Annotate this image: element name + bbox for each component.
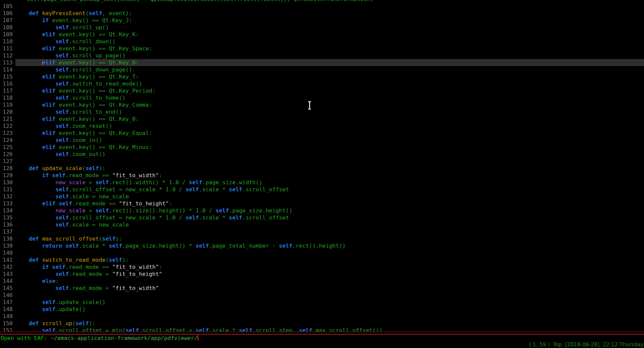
line-number: 117 <box>0 87 15 94</box>
line-number: 107 <box>0 17 15 24</box>
line-number: 125 <box>0 144 15 151</box>
code-line[interactable]: 123 elif event.key() == Qt.Key_Equal: <box>0 130 644 137</box>
code-line[interactable]: 129 if self.read_mode == "fit_to_width": <box>0 172 644 179</box>
code-line-text: if self.read_mode == "fit_to_width": <box>15 172 644 179</box>
code-line[interactable]: 119 elif event.key() == Qt.Key_Comma: <box>0 101 644 108</box>
code-line-text: self.read_mode = "fit_to_width" <box>15 285 644 292</box>
code-line-text: elif event.key() == Qt.Key_Space: <box>15 45 644 52</box>
line-number: 116 <box>0 80 15 87</box>
code-line[interactable]: 105 <box>0 3 644 10</box>
code-line[interactable]: 112 self.scroll_up_page() <box>0 52 644 59</box>
line-number: 142 <box>0 263 15 270</box>
code-line[interactable]: 149 <box>0 313 644 320</box>
line-number: 140 <box>0 249 15 256</box>
code-line[interactable]: 111 elif event.key() == Qt.Key_Space: <box>0 45 644 52</box>
code-line-text: def keyPressEvent(self, event): <box>15 10 644 17</box>
code-line-text <box>15 249 644 256</box>
code-line[interactable]: 143 self.read_mode = "fit_to_height" <box>0 270 644 278</box>
code-line[interactable]: 137 <box>0 228 644 235</box>
code-line[interactable]: 107 if event.key() == Qt.Key_J: <box>0 17 644 24</box>
code-lines: 105106 def keyPressEvent(self, event):10… <box>0 3 644 332</box>
code-line[interactable]: 117 elif event.key() == Qt.Key_Period: <box>0 87 644 94</box>
code-line-text: self.scroll_down() <box>15 38 644 45</box>
line-number: 135 <box>0 214 15 221</box>
code-line[interactable]: 145 self.read_mode = "fit_to_width" <box>0 285 644 292</box>
code-line[interactable]: 128 def update_scale(self): <box>0 165 644 172</box>
code-line[interactable]: 141 def switch_to_read_mode(self): <box>0 256 644 263</box>
code-line[interactable]: 125 elif event.key() == Qt.Key_Minus: <box>0 144 644 151</box>
code-line[interactable]: 120 self.scroll_to_end() <box>0 108 644 115</box>
line-number: 150 <box>0 320 15 327</box>
code-buffer[interactable]: self.page_cache_pixmap_dict[index] = qpi… <box>0 0 644 332</box>
code-line[interactable]: 136 self.scale = new_scale <box>0 221 644 228</box>
code-line-text: new_scale = self.rect().size().height() … <box>15 207 644 214</box>
line-number: 113 <box>0 59 15 66</box>
code-line-text: if event.key() == Qt.Key_J: <box>15 17 644 24</box>
minibuffer-input[interactable]: ~/emacs-application-framework/app/pdfvie… <box>51 335 197 341</box>
code-line-text: def update_scale(self): <box>15 165 644 172</box>
code-line-text: self.zoom_out() <box>15 151 644 158</box>
code-line[interactable]: 124 self.zoom_in() <box>0 137 644 144</box>
code-line-text: self.read_mode = "fit_to_height" <box>15 270 644 278</box>
code-line[interactable]: 110 self.scroll_down() <box>0 38 644 45</box>
code-line[interactable]: 109 elif event.key() == Qt.Key_K: <box>0 31 644 38</box>
code-line[interactable]: 114 self.scroll_down_page() <box>0 66 644 73</box>
code-line[interactable]: 146 <box>0 292 644 299</box>
code-line[interactable]: 118 self.scroll_to_home() <box>0 94 644 101</box>
line-number: 146 <box>0 292 15 299</box>
line-number: 118 <box>0 94 15 101</box>
code-line[interactable]: 133 elif self.read_mode == "fit_to_heigh… <box>0 200 644 207</box>
line-number: 110 <box>0 38 15 45</box>
code-line-text: if self.read_mode == "fit_to_width": <box>15 263 644 270</box>
code-line[interactable]: 139 return self.scale * self.page_size.h… <box>0 242 644 249</box>
code-line-text: self.scale = new_scale <box>15 193 644 200</box>
code-line[interactable]: 147 self.update_scale() <box>0 299 644 306</box>
code-line-text <box>15 228 644 235</box>
code-line[interactable]: 132 self.scale = new_scale <box>0 193 644 200</box>
line-number: 128 <box>0 165 15 172</box>
code-line[interactable]: 144 else: <box>0 278 644 285</box>
code-line-text: self.scroll_up() <box>15 24 644 31</box>
code-line-text: elif event.key() == Qt.Key_K: <box>15 31 644 38</box>
code-line[interactable]: 115 elif event.key() == Qt.Key_T: <box>0 73 644 80</box>
code-line[interactable]: 131 self.scroll_offset = new_scale * 1.0… <box>0 186 644 193</box>
line-number: 108 <box>0 24 15 31</box>
code-line-text: self.scroll_to_home() <box>15 94 644 101</box>
code-line-text: elif event.key() == Qt.Key_Comma: <box>15 101 644 108</box>
code-line-text: self.zoom_in() <box>15 137 644 144</box>
line-number: 138 <box>0 235 15 242</box>
code-line[interactable]: 122 self.zoom_reset() <box>0 122 644 130</box>
minibuffer[interactable]: Open with EAF: ~/emacs-application-frame… <box>1 335 198 342</box>
line-number: 115 <box>0 73 15 80</box>
code-line[interactable]: 121 elif event.key() == Qt.Key_0: <box>0 115 644 122</box>
line-number: 122 <box>0 122 15 130</box>
line-number: 130 <box>0 179 15 186</box>
code-line-text: elif self.read_mode == "fit_to_height": <box>15 200 644 207</box>
code-line[interactable]: 151 self.scroll_offset = min(self.scroll… <box>0 327 644 332</box>
minibuffer-cursor <box>197 335 198 341</box>
line-number: 120 <box>0 108 15 115</box>
code-line[interactable]: 106 def keyPressEvent(self, event): <box>0 10 644 17</box>
code-line[interactable]: 140 <box>0 249 644 256</box>
code-line[interactable]: 130 new_scale = self.rect().width() * 1.… <box>0 179 644 186</box>
code-line[interactable]: 126 self.zoom_out() <box>0 151 644 158</box>
code-line[interactable]: 150 def scroll_up(self): <box>0 320 644 327</box>
code-line[interactable]: 108 self.scroll_up() <box>0 24 644 31</box>
code-line[interactable]: 138 def max_scroll_offset(self): <box>0 235 644 242</box>
code-line[interactable]: 116 self.switch_to_read_mode() <box>0 80 644 87</box>
code-line-current[interactable]: 113 elif event.key() == Qt.Key_B: <box>0 59 644 66</box>
emacs-frame: { "editor": { "partial_top_line": " self… <box>0 0 644 348</box>
line-number: 105 <box>0 3 15 10</box>
code-line[interactable]: 127 <box>0 158 644 165</box>
clipped-top-line: self.page_cache_pixmap_dict[index] = qpi… <box>0 0 644 3</box>
line-number: 139 <box>0 242 15 249</box>
code-line[interactable]: 148 self.update() <box>0 306 644 313</box>
code-line-text <box>15 3 644 10</box>
line-number: 134 <box>0 207 15 214</box>
code-line[interactable]: 135 self.scroll_offset = new_scale * 1.0… <box>0 214 644 221</box>
code-line[interactable]: 134 new_scale = self.rect().size().heigh… <box>0 207 644 214</box>
code-line-text: def scroll_up(self): <box>15 320 644 327</box>
code-line-text: self.scroll_offset = new_scale * 1.0 / s… <box>15 186 644 193</box>
mouse-cursor-ibeam <box>307 101 312 111</box>
code-line[interactable]: 142 if self.read_mode == "fit_to_width": <box>0 263 644 270</box>
